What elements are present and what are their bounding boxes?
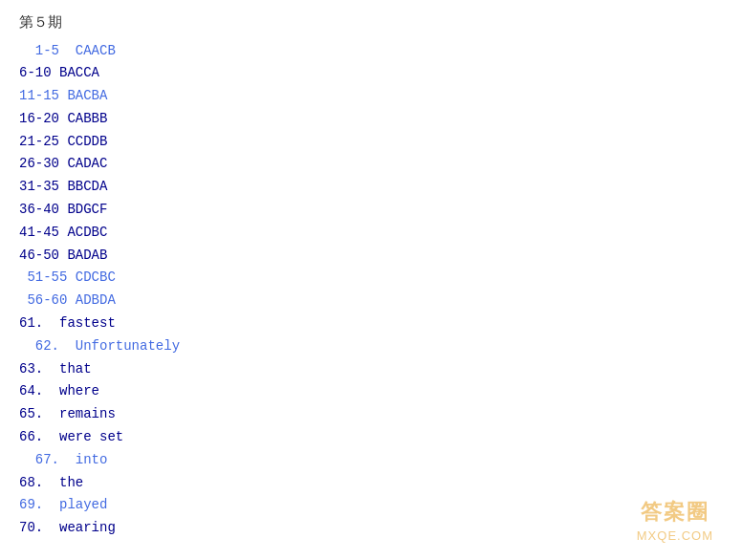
row-31-35: 31-35 BBCDA: [19, 176, 723, 199]
watermark: 答案圈 MXQE.COM: [637, 498, 713, 543]
row-64: 64. where: [19, 380, 723, 403]
main-content: 第５期 1-5 CAACB 6-10 BACCA 11-15 BACBA 16-…: [0, 0, 742, 551]
row-56-60: 56-60 ADBDA: [19, 290, 723, 312]
row-11-15: 11-15 BACBA: [19, 85, 723, 108]
watermark-bottom-text: MXQE.COM: [637, 528, 713, 543]
watermark-top-text: 答案圈: [637, 498, 713, 527]
row-67: 67. into: [19, 449, 723, 472]
row-62: 62. Unfortunately: [19, 335, 723, 358]
row-68: 68. the: [19, 472, 723, 495]
row-61: 61. fastest: [19, 312, 723, 335]
row-21-25: 21-25 CCDDB: [19, 131, 723, 154]
row-6-10: 6-10 BACCA: [19, 62, 723, 85]
answer-rows: 1-5 CAACB 6-10 BACCA 11-15 BACBA 16-20 C…: [19, 40, 723, 541]
row-70: 70. wearing: [19, 517, 723, 540]
row-65: 65. remains: [19, 403, 723, 426]
row-1-5: 1-5 CAACB: [19, 40, 723, 63]
row-69: 69. played: [19, 494, 723, 517]
row-36-40: 36-40 BDGCF: [19, 199, 723, 222]
row-63: 63. that: [19, 358, 723, 381]
row-41-45: 41-45 ACDBC: [19, 222, 723, 245]
row-66: 66. were set: [19, 426, 723, 449]
row-26-30: 26-30 CADAC: [19, 153, 723, 176]
page-title: 第５期: [19, 11, 723, 36]
row-51-55: 51-55 CDCBC: [19, 267, 723, 290]
row-16-20: 16-20 CABBB: [19, 108, 723, 131]
row-46-50: 46-50 BADAB: [19, 245, 723, 268]
